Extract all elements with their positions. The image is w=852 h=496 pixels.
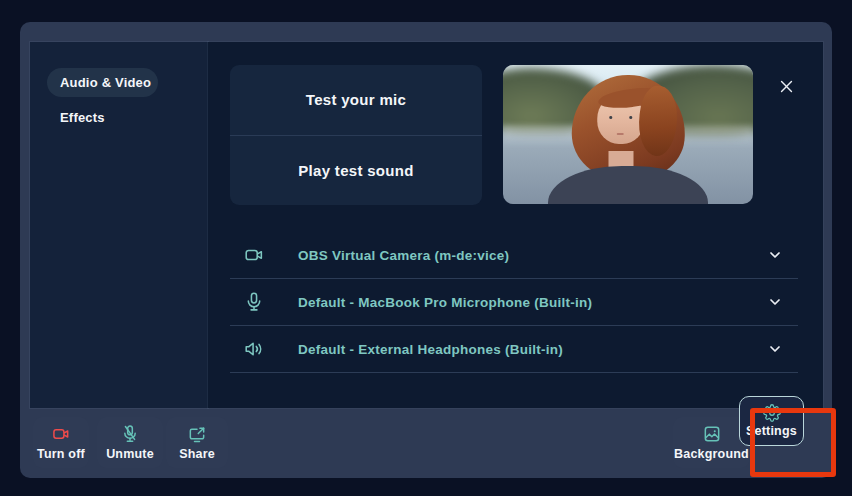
microphone-muted-icon	[120, 424, 140, 444]
turn-off-label: Turn off	[37, 447, 85, 461]
screen-share-icon	[187, 424, 207, 444]
video-call-app: Audio & Video Effects Test your mic Play…	[0, 0, 852, 496]
gear-icon	[763, 404, 781, 422]
play-test-sound-button[interactable]: Play test sound	[230, 135, 482, 206]
person-shoulders	[548, 166, 708, 204]
person-eye	[609, 116, 612, 119]
audio-test-tiles: Test your mic Play test sound	[230, 65, 482, 205]
preview-person	[503, 65, 753, 204]
video-camera-off-icon	[51, 424, 71, 444]
image-icon	[702, 424, 722, 444]
camera-device-value: OBS Virtual Camera (m-de:vice)	[298, 248, 509, 263]
close-button[interactable]	[774, 74, 798, 98]
test-mic-label: Test your mic	[306, 91, 406, 108]
settings-label: Settings	[746, 424, 797, 438]
settings-button[interactable]: Settings	[739, 396, 804, 446]
sidebar-item-audio-video[interactable]: Audio & Video	[47, 68, 158, 97]
share-label: Share	[179, 447, 215, 461]
sidebar-item-label: Audio & Video	[60, 75, 151, 90]
speaker-device-select[interactable]: Default - External Headphones (Built-in)	[230, 326, 798, 373]
test-mic-button[interactable]: Test your mic	[230, 65, 482, 135]
audio-video-panel: Test your mic Play test sound	[208, 42, 823, 408]
chevron-down-icon[interactable]	[766, 340, 784, 358]
unmute-button[interactable]: Unmute	[97, 417, 163, 468]
share-screen-button[interactable]: Share	[166, 417, 228, 468]
microphone-device-value: Default - MacBook Pro Microphone (Built-…	[298, 295, 592, 310]
play-test-sound-label: Play test sound	[298, 162, 413, 179]
device-selectors: OBS Virtual Camera (m-de:vice)	[230, 232, 798, 373]
video-camera-icon	[243, 244, 265, 266]
unmute-label: Unmute	[106, 447, 154, 461]
speaker-device-value: Default - External Headphones (Built-in)	[298, 342, 563, 357]
settings-dialog: Audio & Video Effects Test your mic Play…	[20, 22, 832, 478]
person-mouth	[617, 133, 624, 135]
turn-off-camera-button[interactable]: Turn off	[33, 417, 89, 468]
microphone-device-select[interactable]: Default - MacBook Pro Microphone (Built-…	[230, 279, 798, 326]
microphone-icon	[243, 291, 265, 313]
person-eye	[629, 116, 632, 119]
chevron-down-icon[interactable]	[766, 246, 784, 264]
camera-preview	[503, 65, 753, 204]
camera-device-select[interactable]: OBS Virtual Camera (m-de:vice)	[230, 232, 798, 279]
settings-sidebar: Audio & Video Effects	[30, 42, 208, 408]
sidebar-item-label: Effects	[60, 110, 105, 125]
close-icon	[778, 78, 795, 95]
sidebar-item-effects[interactable]: Effects	[60, 110, 105, 126]
speaker-icon	[243, 338, 265, 360]
chevron-down-icon[interactable]	[766, 293, 784, 311]
background-label: Background	[674, 447, 749, 461]
